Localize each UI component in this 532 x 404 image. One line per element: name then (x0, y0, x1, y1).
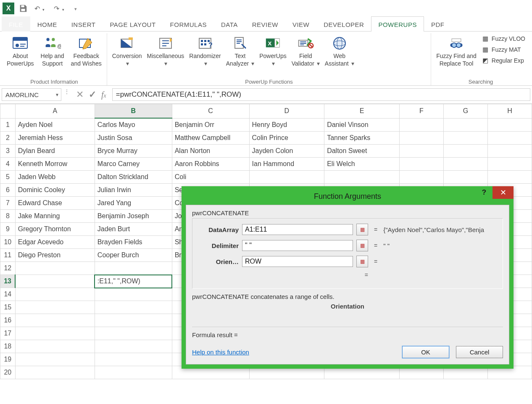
cell[interactable]: Carlos Mayo (95, 118, 172, 132)
cell[interactable] (95, 340, 172, 353)
cell[interactable]: Cooper Burch (95, 249, 172, 262)
cell[interactable]: Kenneth Morrow (15, 158, 95, 171)
text-analyzer-button[interactable]: Text Analyzer ▾ (224, 34, 256, 68)
cell[interactable]: Edward Chase (15, 197, 95, 210)
cell[interactable] (95, 366, 172, 379)
cell[interactable]: Diego Preston (15, 249, 95, 262)
cell[interactable] (399, 132, 443, 145)
dialog-help-button[interactable]: ? (476, 186, 492, 199)
cell[interactable]: Justin Sosa (95, 132, 172, 145)
cell[interactable]: Benjamin Orr (172, 118, 249, 132)
row-header[interactable]: 20 (0, 366, 16, 379)
function-arguments-dialog[interactable]: Function Arguments ? ✕ pwrCONCATENATE Da… (182, 186, 514, 369)
feedback-wishes-button[interactable]: Feedback and Wishes (69, 34, 103, 68)
column-header[interactable]: F (399, 104, 443, 119)
arg-input-delimiter[interactable] (242, 240, 353, 251)
column-header[interactable]: E (324, 104, 400, 119)
row-header[interactable]: 10 (0, 236, 16, 249)
cell[interactable] (443, 171, 487, 184)
cell[interactable]: Benjamin Joseph (95, 210, 172, 223)
row-header[interactable]: 12 (0, 262, 16, 275)
redo-button[interactable]: ↷ ▾ (51, 5, 66, 13)
tab-powerups[interactable]: POWERUPS (371, 16, 424, 32)
row-header[interactable]: 14 (0, 288, 16, 301)
fuzzy-match-button[interactable]: ▦ Fuzzy MAT (480, 45, 527, 54)
field-validator-button[interactable]: Field Validator ▾ (290, 34, 321, 68)
cell[interactable]: Daniel Vinson (324, 118, 400, 132)
cell[interactable]: Julian Irwin (95, 184, 172, 197)
undo-button[interactable]: ↶ ▾ (32, 5, 47, 13)
cell[interactable] (15, 327, 95, 340)
cell[interactable] (15, 353, 95, 366)
cancel-button[interactable]: Cancel (456, 346, 503, 358)
tab-insert[interactable]: INSERT (64, 16, 103, 32)
cell[interactable]: Tanner Sparks (324, 132, 400, 145)
select-all-corner[interactable] (0, 104, 16, 119)
tab-home[interactable]: HOME (30, 16, 64, 32)
miscellaneous-button[interactable]: Miscellaneous ▾ (145, 34, 186, 68)
cell[interactable] (443, 158, 487, 171)
tab-developer[interactable]: DEVELOPER (316, 16, 371, 32)
row-header[interactable]: 3 (0, 145, 16, 158)
cell[interactable] (15, 314, 95, 327)
fuzzy-find-replace-button[interactable]: Fuzzy Find and Replace Tool (435, 34, 478, 68)
cell[interactable] (487, 158, 532, 171)
cell[interactable]: Eli Welch (324, 158, 400, 171)
column-header[interactable]: G (443, 104, 487, 119)
cell[interactable]: Marco Carney (95, 158, 172, 171)
regular-expression-button[interactable]: ◩ Regular Exp (480, 56, 527, 65)
arg-input-orientation[interactable] (242, 256, 353, 267)
column-header[interactable]: C (172, 104, 249, 119)
row-header[interactable]: 15 (0, 301, 16, 314)
row-header[interactable]: 18 (0, 340, 16, 353)
cell[interactable] (324, 171, 400, 184)
cell[interactable] (95, 288, 172, 301)
cell[interactable] (399, 171, 443, 184)
range-picker-button[interactable]: ▦ (356, 256, 368, 267)
row-header[interactable]: 5 (0, 171, 16, 184)
cell[interactable]: Alan Norton (172, 145, 249, 158)
cell[interactable] (15, 288, 95, 301)
cell[interactable] (487, 145, 532, 158)
cell[interactable] (443, 118, 487, 132)
cell[interactable]: Gregory Thornton (15, 223, 95, 236)
cell[interactable] (399, 145, 443, 158)
range-picker-button[interactable]: ▦ (356, 224, 368, 235)
cell[interactable]: Aaron Robbins (172, 158, 249, 171)
cell[interactable]: Jake Manning (15, 210, 95, 223)
row-header[interactable]: 2 (0, 132, 16, 145)
tab-review[interactable]: REVIEW (245, 16, 285, 32)
cell[interactable]: :E11," ",ROW) (95, 275, 172, 288)
fuzzy-vlookup-button[interactable]: ▦ Fuzzy VLOO (480, 34, 527, 43)
row-header[interactable]: 6 (0, 184, 16, 197)
cancel-formula-button[interactable]: ✕ (76, 89, 84, 100)
cell[interactable]: Henry Boyd (249, 118, 324, 132)
powerups-button[interactable]: X PowerUps ▾ (258, 34, 288, 68)
cell[interactable] (399, 158, 443, 171)
column-header[interactable]: H (487, 104, 532, 119)
arg-input-dataarray[interactable] (242, 224, 353, 235)
cell[interactable]: Dalton Sweet (324, 145, 400, 158)
cell[interactable]: Bryce Murray (95, 145, 172, 158)
row-header[interactable]: 8 (0, 210, 16, 223)
formula-input[interactable]: =pwrCONCATENATE(A1:E11," ",ROW) (112, 88, 530, 101)
cell[interactable]: Jaden Webb (15, 171, 95, 184)
cell[interactable]: Dominic Cooley (15, 184, 95, 197)
tab-page-layout[interactable]: PAGE LAYOUT (103, 16, 163, 32)
cell[interactable] (15, 301, 95, 314)
cell[interactable]: Jeremiah Hess (15, 132, 95, 145)
row-header[interactable]: 16 (0, 314, 16, 327)
tab-pdf[interactable]: PDF (424, 16, 452, 32)
cell[interactable]: Jared Yang (95, 197, 172, 210)
enter-formula-button[interactable]: ✓ (89, 89, 96, 100)
help-support-button[interactable]: @ Help and Support (37, 34, 68, 68)
cell[interactable]: Coli (172, 171, 249, 184)
cell[interactable] (443, 145, 487, 158)
cell[interactable] (487, 118, 532, 132)
cell[interactable] (399, 118, 443, 132)
cell[interactable]: Matthew Campbell (172, 132, 249, 145)
row-header[interactable]: 13 (0, 275, 16, 288)
cell[interactable]: Jayden Colon (249, 145, 324, 158)
cell[interactable] (443, 132, 487, 145)
cell[interactable]: Dylan Beard (15, 145, 95, 158)
